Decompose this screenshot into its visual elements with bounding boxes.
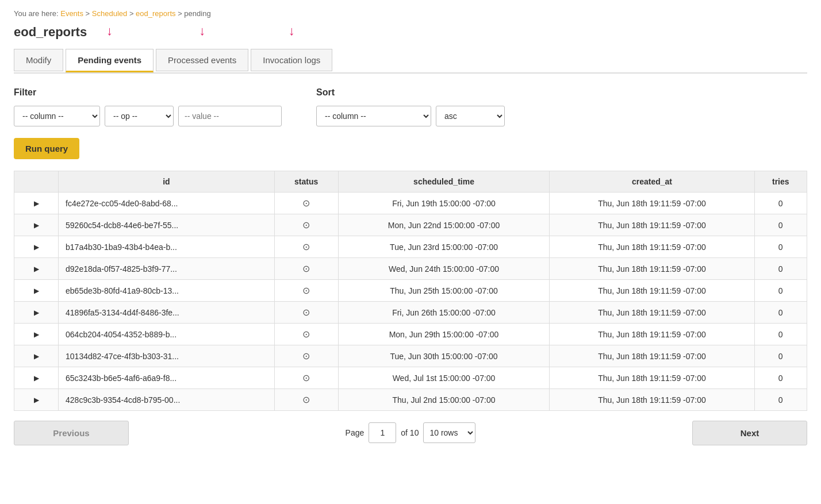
next-button[interactable]: Next	[692, 421, 807, 445]
row-expand-7[interactable]: ▶	[14, 345, 59, 367]
row-id-8: 65c3243b-b6e5-4af6-a6a9-f8...	[59, 367, 275, 389]
row-created-8: Thu, Jun 18th 19:11:59 -07:00	[550, 367, 754, 389]
tab-wrapper-modify: Modify	[14, 49, 63, 72]
sort-label: Sort	[316, 87, 505, 98]
clock-icon-7: ⊙	[302, 351, 310, 361]
page-of-total: of 10	[401, 428, 419, 437]
table-row: ▶ eb65de3b-80fd-41a9-80cb-13... ⊙ Thu, J…	[14, 280, 807, 302]
row-status-7: ⊙	[274, 345, 338, 367]
row-expand-5[interactable]: ▶	[14, 302, 59, 324]
clock-icon-0: ⊙	[302, 198, 310, 208]
filter-value-input[interactable]	[178, 106, 282, 126]
row-expand-9[interactable]: ▶	[14, 389, 59, 411]
tab-modify[interactable]: Modify	[14, 49, 63, 71]
breadcrumb-prefix: You are here:	[14, 9, 59, 18]
row-tries-1: 0	[754, 214, 807, 236]
row-created-1: Thu, Jun 18th 19:11:59 -07:00	[550, 214, 754, 236]
expand-button-8[interactable]: ▶	[30, 373, 43, 383]
tabs-container: Modify ↓ Pending events ↓ Processed even…	[14, 49, 807, 74]
row-created-9: Thu, Jun 18th 19:11:59 -07:00	[550, 389, 754, 411]
row-id-0: fc4e272e-cc05-4de0-8abd-68...	[59, 193, 275, 214]
row-expand-4[interactable]: ▶	[14, 280, 59, 302]
page-title: eod_reports	[14, 25, 807, 40]
col-id: id	[59, 171, 275, 193]
row-id-4: eb65de3b-80fd-41a9-80cb-13...	[59, 280, 275, 302]
sort-controls: -- column -- asc desc	[316, 106, 505, 126]
tab-pending-events[interactable]: Pending events	[66, 49, 154, 72]
clock-icon-3: ⊙	[302, 264, 310, 274]
row-expand-2[interactable]: ▶	[14, 236, 59, 258]
clock-icon-5: ⊙	[302, 307, 310, 317]
sort-dir-select[interactable]: asc desc	[436, 106, 505, 126]
expand-button-9[interactable]: ▶	[30, 395, 43, 405]
sort-group: Sort -- column -- asc desc	[316, 87, 505, 126]
breadcrumb-eod-reports-link[interactable]: eod_reports	[136, 9, 175, 18]
page-input[interactable]	[369, 422, 396, 443]
tab-processed-events[interactable]: Processed events	[156, 49, 248, 71]
table-header-row: id status scheduled_time created_at trie…	[14, 171, 807, 193]
tab-invocation-logs[interactable]: Invocation logs	[251, 49, 332, 71]
row-created-2: Thu, Jun 18th 19:11:59 -07:00	[550, 236, 754, 258]
tab-wrapper-invocation-logs: ↓ Invocation logs	[251, 49, 332, 72]
row-created-7: Thu, Jun 18th 19:11:59 -07:00	[550, 345, 754, 367]
row-id-9: 428c9c3b-9354-4cd8-b795-00...	[59, 389, 275, 411]
row-id-5: 41896fa5-3134-4d4f-8486-3fe...	[59, 302, 275, 324]
sort-column-select[interactable]: -- column --	[316, 106, 431, 126]
row-tries-7: 0	[754, 345, 807, 367]
clock-icon-4: ⊙	[302, 286, 310, 295]
table-row: ▶ 59260c54-dcb8-44e6-be7f-55... ⊙ Mon, J…	[14, 214, 807, 236]
row-scheduled-3: Wed, Jun 24th 15:00:00 -07:00	[338, 258, 550, 280]
previous-button[interactable]: Previous	[14, 421, 129, 445]
expand-button-4[interactable]: ▶	[30, 286, 43, 296]
expand-button-1[interactable]: ▶	[30, 220, 43, 230]
data-table: id status scheduled_time created_at trie…	[14, 171, 807, 411]
row-expand-3[interactable]: ▶	[14, 258, 59, 280]
expand-button-3[interactable]: ▶	[30, 264, 43, 274]
row-id-1: 59260c54-dcb8-44e6-be7f-55...	[59, 214, 275, 236]
filter-op-select[interactable]: -- op --	[105, 106, 174, 126]
clock-icon-2: ⊙	[302, 242, 310, 252]
row-expand-8[interactable]: ▶	[14, 367, 59, 389]
expand-button-7[interactable]: ▶	[30, 351, 43, 361]
row-created-6: Thu, Jun 18th 19:11:59 -07:00	[550, 324, 754, 345]
expand-button-0[interactable]: ▶	[30, 198, 43, 209]
expand-button-2[interactable]: ▶	[30, 242, 43, 252]
table-row: ▶ 41896fa5-3134-4d4f-8486-3fe... ⊙ Fri, …	[14, 302, 807, 324]
expand-button-5[interactable]: ▶	[30, 307, 43, 318]
row-created-4: Thu, Jun 18th 19:11:59 -07:00	[550, 280, 754, 302]
row-scheduled-5: Fri, Jun 26th 15:00:00 -07:00	[338, 302, 550, 324]
row-status-3: ⊙	[274, 258, 338, 280]
expand-button-6[interactable]: ▶	[30, 329, 43, 340]
breadcrumb-scheduled-link[interactable]: Scheduled	[92, 9, 127, 18]
run-query-button[interactable]: Run query	[14, 138, 79, 159]
row-id-3: d92e18da-0f57-4825-b3f9-77...	[59, 258, 275, 280]
row-expand-6[interactable]: ▶	[14, 324, 59, 345]
clock-icon-9: ⊙	[302, 395, 310, 405]
row-tries-6: 0	[754, 324, 807, 345]
row-id-6: 064cb204-4054-4352-b889-b...	[59, 324, 275, 345]
row-tries-0: 0	[754, 193, 807, 214]
row-status-6: ⊙	[274, 324, 338, 345]
col-scheduled-time: scheduled_time	[338, 171, 550, 193]
filter-column-select[interactable]: -- column --	[14, 106, 100, 126]
row-tries-2: 0	[754, 236, 807, 258]
row-tries-4: 0	[754, 280, 807, 302]
row-scheduled-2: Tue, Jun 23rd 15:00:00 -07:00	[338, 236, 550, 258]
col-expand	[14, 171, 59, 193]
row-expand-0[interactable]: ▶	[14, 193, 59, 214]
row-expand-1[interactable]: ▶	[14, 214, 59, 236]
table-row: ▶ fc4e272e-cc05-4de0-8abd-68... ⊙ Fri, J…	[14, 193, 807, 214]
breadcrumb-events-link[interactable]: Events	[60, 9, 83, 18]
pagination: Previous Page of 10 10 rows 25 rows 50 r…	[14, 422, 807, 443]
table-row: ▶ b17a4b30-1ba9-43b4-b4ea-b... ⊙ Tue, Ju…	[14, 236, 807, 258]
row-status-1: ⊙	[274, 214, 338, 236]
rows-per-page-select[interactable]: 10 rows 25 rows 50 rows 100 rows	[423, 422, 475, 443]
row-id-7: 10134d82-47ce-4f3b-b303-31...	[59, 345, 275, 367]
row-tries-8: 0	[754, 367, 807, 389]
row-id-2: b17a4b30-1ba9-43b4-b4ea-b...	[59, 236, 275, 258]
row-scheduled-4: Thu, Jun 25th 15:00:00 -07:00	[338, 280, 550, 302]
row-created-3: Thu, Jun 18th 19:11:59 -07:00	[550, 258, 754, 280]
row-scheduled-9: Thu, Jul 2nd 15:00:00 -07:00	[338, 389, 550, 411]
col-created-at: created_at	[550, 171, 754, 193]
row-status-8: ⊙	[274, 367, 338, 389]
